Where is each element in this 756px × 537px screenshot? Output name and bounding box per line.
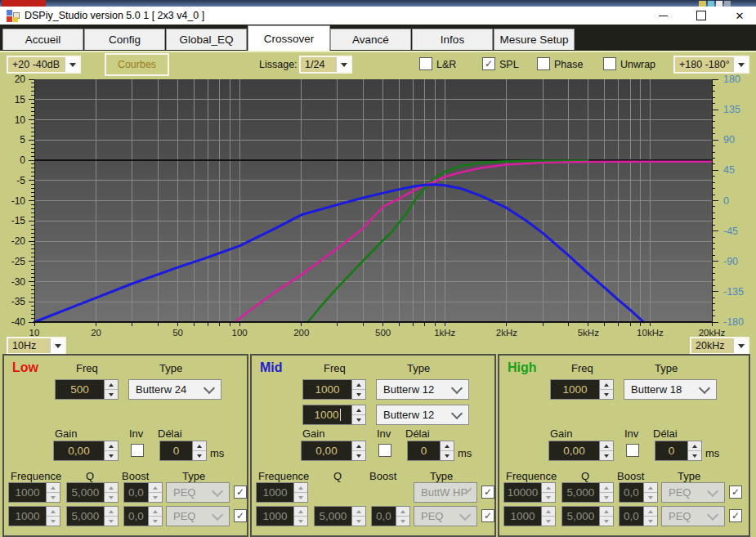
tab-global-eq[interactable]: Global_EQ — [166, 29, 247, 50]
xover-type-combo[interactable]: Butterw 12 — [376, 379, 469, 400]
eq-enable-checkbox[interactable] — [234, 509, 247, 522]
db-range-combo[interactable]: +20 -40dB — [7, 56, 81, 74]
xover-type-combo[interactable]: Butterw 18 — [624, 379, 717, 400]
spin-down-button[interactable] — [542, 517, 555, 526]
combo-dropdown-button[interactable] — [65, 57, 79, 72]
eq-type-combo[interactable]: PEQ — [661, 506, 725, 526]
delay-spinner[interactable]: 0 — [655, 441, 702, 461]
spin-up-button[interactable] — [542, 507, 555, 517]
spin-down-button[interactable] — [47, 493, 60, 502]
spin-down-button[interactable] — [149, 493, 162, 502]
eq-enable-checkbox[interactable] — [729, 509, 742, 522]
close-button[interactable]: ✕ — [722, 7, 756, 25]
eq-boost-spinner[interactable]: 0,0 — [123, 506, 163, 526]
spin-up-button[interactable] — [105, 483, 118, 493]
spin-up-button[interactable] — [600, 441, 613, 451]
xover-freq-spinner[interactable]: 1000 — [302, 379, 366, 400]
eq-type-combo[interactable]: PEQ — [166, 506, 230, 526]
spin-up-button[interactable] — [105, 441, 118, 451]
eq-q-spinner[interactable]: 5,000 — [66, 506, 119, 526]
spin-down-button[interactable] — [600, 390, 613, 399]
eq-freq-spinner[interactable]: 1000 — [256, 482, 308, 503]
combo-dropdown-button[interactable] — [336, 57, 351, 72]
phase-checkbox[interactable] — [537, 57, 550, 70]
tab-crossover[interactable]: Crossover — [248, 25, 330, 51]
tab-avance[interactable]: Avancé — [330, 29, 411, 50]
spin-up-button[interactable] — [105, 380, 118, 390]
spin-down-button[interactable] — [47, 517, 60, 526]
xover-freq-spinner[interactable]: 1000 — [302, 405, 366, 425]
spin-up-button[interactable] — [441, 441, 454, 451]
unwrap-checkbox[interactable] — [603, 57, 616, 70]
spin-up-button[interactable] — [149, 483, 162, 493]
eq-freq-spinner[interactable]: 1000 — [8, 506, 60, 526]
eq-freq-spinner[interactable]: 10000 — [503, 482, 556, 503]
eq-boost-spinner[interactable]: 0,0 — [123, 482, 163, 503]
inv-checkbox[interactable] — [131, 444, 144, 457]
spin-down-button[interactable] — [193, 451, 206, 460]
eq-type-combo[interactable]: PEQ — [661, 482, 725, 503]
phase-range-combo[interactable]: +180 -180° — [673, 56, 749, 74]
spin-down-button[interactable] — [294, 493, 307, 502]
combo-dropdown-button[interactable] — [50, 338, 65, 353]
spin-up-button[interactable] — [193, 441, 206, 451]
delay-spinner[interactable]: 0 — [407, 441, 454, 461]
courbes-button[interactable]: Courbes — [105, 53, 169, 76]
gain-spinner[interactable]: 0,00 — [548, 441, 614, 461]
eq-type-combo[interactable]: PEQ — [166, 482, 230, 503]
eq-q-spinner[interactable]: 5,000 — [66, 482, 119, 503]
spin-down-button[interactable] — [294, 517, 307, 526]
tab-mesure-setup[interactable]: Mesure Setup — [494, 29, 575, 50]
spin-down-button[interactable] — [352, 517, 365, 526]
spin-up-button[interactable] — [600, 380, 613, 390]
tab-infos[interactable]: Infos — [412, 29, 493, 50]
inv-checkbox[interactable] — [626, 444, 639, 457]
lissage-combo[interactable]: 1/24 — [299, 56, 352, 74]
eq-type-combo[interactable]: ButtW HP — [414, 482, 477, 503]
xover-freq-spinner[interactable]: 500 — [55, 379, 119, 400]
spin-down-button[interactable] — [644, 493, 657, 502]
spin-down-button[interactable] — [600, 517, 613, 526]
spin-down-button[interactable] — [644, 517, 657, 526]
spin-up-button[interactable] — [149, 507, 162, 517]
inv-checkbox[interactable] — [378, 444, 391, 457]
minimize-button[interactable] — [645, 7, 681, 25]
eq-boost-spinner[interactable]: 0,0 — [371, 506, 410, 526]
spin-down-button[interactable] — [352, 415, 365, 424]
combo-dropdown-button[interactable] — [733, 57, 748, 72]
spin-down-button[interactable] — [441, 451, 454, 460]
spl-checkbox[interactable] — [482, 57, 495, 70]
xover-freq-spinner[interactable]: 1000 — [550, 379, 614, 400]
freq-max-combo[interactable]: 20kHz — [690, 337, 749, 355]
spin-up-button[interactable] — [352, 380, 365, 390]
delay-spinner[interactable]: 0 — [159, 441, 207, 461]
maximize-button[interactable] — [683, 7, 719, 25]
eq-enable-checkbox[interactable] — [481, 509, 494, 522]
tab-config[interactable]: Config — [84, 29, 165, 50]
spin-up-button[interactable] — [644, 507, 657, 517]
spin-up-button[interactable] — [352, 507, 365, 517]
spin-down-button[interactable] — [352, 390, 365, 399]
eq-q-spinner[interactable]: 5,000 — [561, 482, 614, 503]
spin-down-button[interactable] — [600, 493, 613, 502]
xover-type-combo[interactable]: Butterw 12 — [376, 405, 469, 425]
eq-q-spinner[interactable]: 5,000 — [561, 506, 614, 526]
spin-down-button[interactable] — [149, 517, 162, 526]
eq-freq-spinner[interactable]: 1000 — [256, 506, 308, 526]
spin-up-button[interactable] — [688, 441, 701, 451]
lr-checkbox[interactable] — [419, 57, 432, 70]
gain-spinner[interactable]: 0,00 — [301, 441, 366, 461]
spin-up-button[interactable] — [352, 405, 365, 415]
spin-down-button[interactable] — [396, 517, 409, 526]
eq-freq-spinner[interactable]: 1000 — [503, 506, 556, 526]
eq-enable-checkbox[interactable] — [234, 486, 247, 499]
eq-q-spinner[interactable]: 5,000 — [314, 506, 366, 526]
spin-down-button[interactable] — [105, 517, 118, 526]
spin-up-button[interactable] — [294, 507, 307, 517]
spin-down-button[interactable] — [688, 451, 701, 460]
spin-up-button[interactable] — [352, 441, 365, 451]
eq-type-combo[interactable]: PEQ — [414, 506, 477, 526]
spin-down-button[interactable] — [105, 451, 118, 460]
eq-freq-spinner[interactable]: 1000 — [8, 482, 60, 503]
eq-boost-spinner[interactable]: 0,0 — [619, 506, 658, 526]
